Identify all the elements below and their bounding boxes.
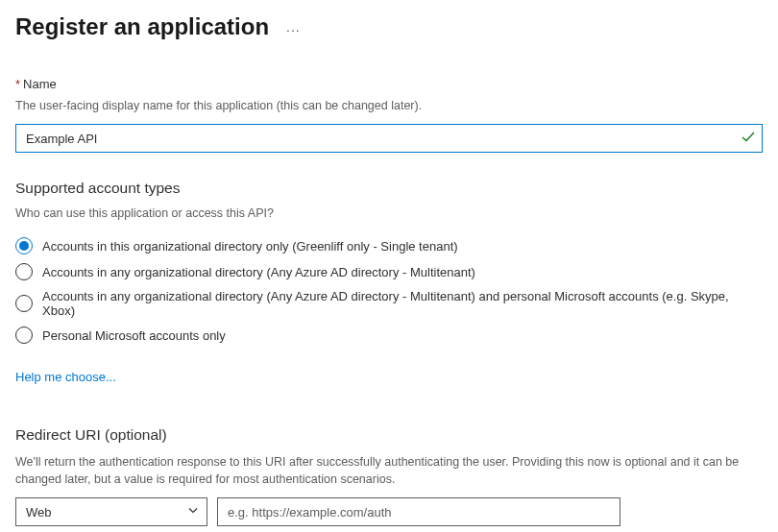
name-field-help: The user-facing display name for this ap… <box>15 97 763 114</box>
name-label-text: Name <box>23 77 57 91</box>
radio-single-tenant[interactable]: Accounts in this organizational director… <box>15 233 763 259</box>
account-types-title: Supported account types <box>15 180 763 197</box>
account-types-section: Supported account types Who can use this… <box>15 180 763 384</box>
platform-select-value: Web <box>26 505 52 520</box>
name-field-block: * Name The user-facing display name for … <box>15 77 763 153</box>
redirect-uri-help: We'll return the authentication response… <box>15 453 763 488</box>
name-field-label: * Name <box>15 77 763 91</box>
radio-icon <box>15 295 33 312</box>
required-marker: * <box>15 77 20 91</box>
radio-label: Accounts in this organizational director… <box>42 239 458 254</box>
radio-label: Personal Microsoft accounts only <box>42 328 226 343</box>
help-me-choose-link[interactable]: Help me choose... <box>15 370 116 384</box>
page-header: Register an application ··· <box>15 13 763 40</box>
radio-label: Accounts in any organizational directory… <box>42 289 763 318</box>
name-input[interactable] <box>15 124 763 153</box>
radio-personal-only[interactable]: Personal Microsoft accounts only <box>15 323 763 349</box>
chevron-down-icon <box>187 505 199 520</box>
redirect-uri-title: Redirect URI (optional) <box>15 426 763 444</box>
more-icon[interactable]: ··· <box>286 16 301 37</box>
radio-multitenant[interactable]: Accounts in any organizational directory… <box>15 259 763 285</box>
redirect-uri-row: Web <box>15 497 763 526</box>
redirect-uri-input[interactable] <box>217 497 620 526</box>
radio-multitenant-personal[interactable]: Accounts in any organizational directory… <box>15 285 763 323</box>
page-title: Register an application <box>15 13 269 40</box>
account-types-radio-group: Accounts in this organizational director… <box>15 233 763 349</box>
redirect-uri-section: Redirect URI (optional) We'll return the… <box>15 426 763 526</box>
account-types-subtitle: Who can use this application or access t… <box>15 206 763 220</box>
name-input-wrap <box>15 124 763 153</box>
radio-label: Accounts in any organizational directory… <box>42 265 475 279</box>
radio-icon <box>15 263 33 280</box>
radio-icon <box>15 326 33 344</box>
platform-select[interactable]: Web <box>15 497 207 526</box>
radio-icon <box>15 237 33 254</box>
